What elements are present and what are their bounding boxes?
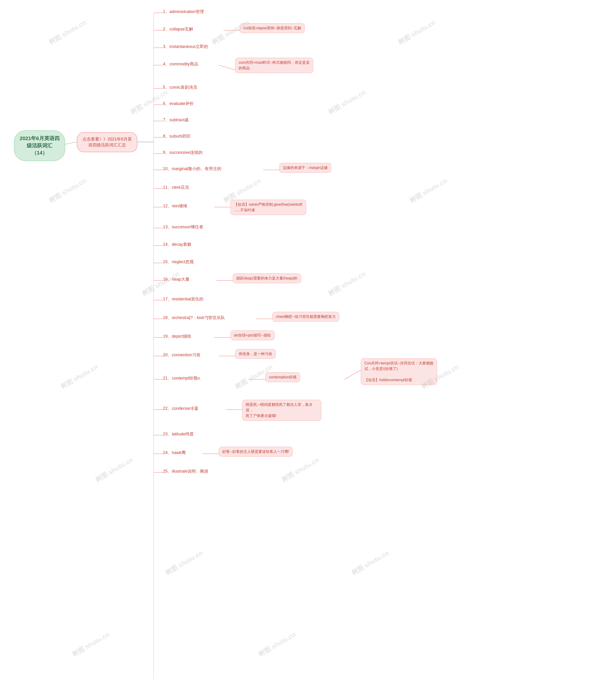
item-21: 21、contempt轻视n. [163, 375, 201, 381]
item-4-note: com共同+mod样式--样式都相同，肯定是卖的商品 [235, 58, 313, 73]
item-10-note: 边缘的来源于：margin边缘 [279, 163, 331, 173]
item-7: 7、subtract减 [163, 117, 189, 123]
watermark: 树图 shutu.cn [71, 630, 111, 658]
watermark: 树图 shutu.cn [408, 176, 449, 205]
item-22-note: 晴蛋死:--晴鸡蛋都噎死了都没人管，真冷漠，死了尸体要冷凝哦! [242, 400, 321, 421]
watermark: 树图 shutu.cn [164, 548, 204, 577]
item-22: 22、condense冷凝 [163, 406, 198, 411]
item-23-text: 23、latitude纬度 [163, 432, 194, 436]
item-18: 18、orchestra[?：kistr?]管弦乐队 [163, 315, 225, 320]
item-21-text: 21、contempt轻视n. [163, 376, 201, 381]
item-19-note: de加强+pict描写--描绘 [230, 331, 274, 340]
item-10-text: 10、marginal微小的、有旁注的 [163, 166, 221, 171]
watermark: 树图 shutu.cn [327, 269, 367, 298]
watermark: 树图 shutu.cn [47, 18, 88, 47]
item-9-text: 9、successive连续的 [163, 150, 202, 155]
item-14: 14、decay衰败 [163, 241, 191, 247]
item-25-text: 25、illustrate说明、阐述 [163, 469, 208, 473]
watermark: 树图 shutu.cn [257, 630, 298, 658]
item-4: 4、commodity商品 [163, 61, 198, 67]
item-2: 2、collapse瓦解 [163, 26, 193, 32]
item-17-text: 17、residential居住的 [163, 297, 203, 301]
item-24-text: 24、hawk鹰 [163, 450, 186, 455]
item-18-note: chest胸腔--练习管弦都需要胸腔发力 [272, 312, 339, 321]
svg-line-0 [65, 142, 77, 144]
watermark: 树图 shutu.cn [280, 456, 321, 484]
item-21-note: contemption轻视 [266, 372, 300, 382]
item-5: 5、comic喜剧演员 [163, 84, 197, 90]
item-22-text: 22、condense冷凝 [163, 406, 198, 411]
item-11-text: 11、clerk店员 [163, 185, 189, 190]
item-24-note: 好客--好客的主人硬是要送给客人一只鹰! [219, 447, 293, 457]
item-19: 19、depict描绘 [163, 334, 191, 339]
item-14-text: 14、decay衰败 [163, 242, 191, 247]
item-16: 16、heap大量 [163, 277, 190, 282]
watermark: 树图 shutu.cn [350, 548, 391, 577]
item-3: 3、instantaneous立即的 [163, 44, 208, 49]
item-20: 20、convention习俗 [163, 352, 200, 358]
item-18-text: 18、orchestra[?：kistr?]管弦乐队 [163, 315, 225, 320]
item-12-text: 12、rein缰绳 [163, 204, 187, 208]
connector-lines [0, 0, 596, 700]
watermark: 树图 shutu.cn [94, 456, 134, 484]
item-8: 8、suburb郊区 [163, 133, 191, 139]
item-12-note: 【短语】reinin严格管制;give(free)reinto对......不加… [230, 200, 306, 215]
item-12: 12、rein缰绳 [163, 203, 187, 209]
watermark: 树图 shutu.cn [327, 88, 367, 116]
item-1-text: 1、administration管理 [163, 9, 204, 14]
item-10: 10、marginal微小的、有旁注的 [163, 166, 221, 172]
item-25: 25、illustrate说明、阐述 [163, 468, 208, 474]
central-node-label: 2021年6月英语四级活跃词汇（14） [20, 135, 59, 156]
item-1: 1、administration管理 [163, 9, 204, 15]
item-2-note: col加强+lapse滑倒--彻底滑到--瓦解 [240, 23, 305, 33]
item-2-text: 2、collapse瓦解 [163, 27, 193, 31]
watermark: 树图 shutu.cn [59, 362, 100, 391]
item-17: 17、residential居住的 [163, 296, 203, 302]
item-4-text: 4、commodity商品 [163, 62, 198, 66]
item-20-note: 肯饺身，是一种习俗 [235, 349, 276, 359]
mid-node[interactable]: 点击查看》》2021年6月英语四级活跃词汇汇总 [77, 132, 138, 152]
item-20-text: 20、convention习俗 [163, 353, 200, 357]
watermark-layer: 树图 shutu.cn 树图 shutu.cn 树图 shutu.cn 树图 s… [0, 0, 596, 700]
mid-node-label: 点击查看》》2021年6月英语四级活跃词汇汇总 [82, 137, 132, 147]
item-15-text: 15、neglect忽视 [163, 259, 194, 264]
watermark: 树图 shutu.cn [47, 176, 88, 205]
item-16-text: 16、heap大量 [163, 277, 190, 282]
svg-line-29 [219, 65, 235, 70]
item-13-text: 13、successor继任者 [163, 225, 203, 229]
item-16-note: 跳跃(leap)需要的体力是大量(heap)的 [233, 274, 301, 283]
item-13: 13、successor继任者 [163, 224, 203, 230]
item-7-text: 7、subtract减 [163, 118, 189, 122]
mindmap-container: 树图 shutu.cn 树图 shutu.cn 树图 shutu.cn 树图 s… [0, 0, 596, 700]
item-11: 11、clerk店员 [163, 185, 189, 190]
watermark: 树图 shutu.cn [396, 18, 437, 47]
item-8-text: 8、suburb郊区 [163, 134, 191, 138]
watermark: 树图 shutu.cn [141, 269, 181, 298]
item-6-text: 6、evaluate评价 [163, 101, 194, 106]
svg-line-37 [345, 370, 361, 379]
item-15: 15、neglect忽视 [163, 259, 194, 265]
item-5-text: 5、comic喜剧演员 [163, 85, 197, 89]
item-19-text: 19、depict描绘 [163, 334, 191, 339]
item-23: 23、latitude纬度 [163, 431, 194, 437]
item-9: 9、successive连续的 [163, 150, 202, 155]
item-6: 6、evaluate评价 [163, 101, 194, 106]
item-24: 24、hawk鹰 [163, 450, 186, 456]
item-3-text: 3、instantaneous立即的 [163, 44, 208, 49]
central-node: 2021年6月英语四级活跃词汇（14） [14, 130, 65, 161]
item-21-subnote: Con共同+tempt尝试--共同尝试：大家都能试，小意思!(轻视了)【短语】h… [361, 358, 437, 385]
